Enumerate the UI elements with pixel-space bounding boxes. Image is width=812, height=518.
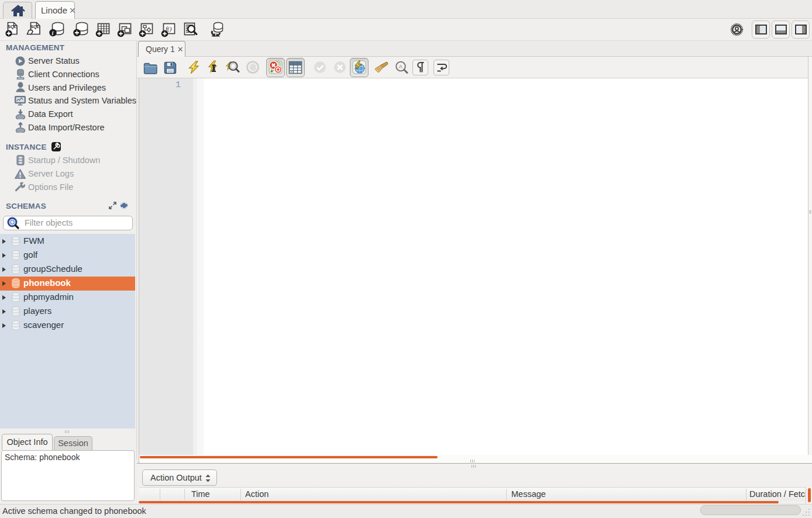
- svg-text:SQL: SQL: [8, 24, 17, 29]
- svg-text:A: A: [399, 64, 402, 70]
- svg-text:SQL: SQL: [30, 24, 40, 29]
- svg-text:i: i: [52, 30, 54, 36]
